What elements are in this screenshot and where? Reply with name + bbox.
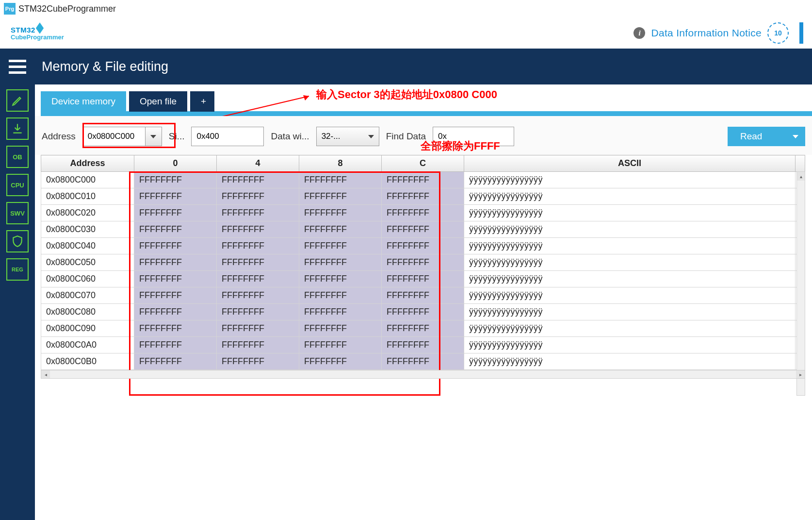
vertical-scrollbar[interactable]: ▴ [796, 171, 805, 396]
cell-value[interactable]: FFFFFFFF [382, 337, 464, 353]
cell-address[interactable]: 0x0800C000 [41, 172, 134, 188]
cell-ascii[interactable]: ÿÿÿÿÿÿÿÿÿÿÿÿÿÿÿÿ [464, 188, 796, 205]
cell-value[interactable]: FFFFFFFF [299, 205, 382, 221]
cell-value[interactable]: FFFFFFFF [134, 287, 217, 304]
address-input[interactable] [82, 127, 146, 146]
find-data-input[interactable] [433, 127, 514, 146]
cell-value[interactable]: FFFFFFFF [134, 238, 217, 254]
cell-ascii[interactable]: ÿÿÿÿÿÿÿÿÿÿÿÿÿÿÿÿ [464, 304, 796, 320]
cell-value[interactable]: FFFFFFFF [134, 172, 217, 188]
cell-value[interactable]: FFFFFFFF [382, 304, 464, 320]
address-dropdown-button[interactable] [146, 127, 162, 146]
read-button[interactable]: Read [728, 127, 805, 146]
cell-value[interactable]: FFFFFFFF [217, 205, 299, 221]
cell-value[interactable]: FFFFFFFF [382, 221, 464, 238]
sidebar-item-ob[interactable]: OB [6, 146, 29, 168]
sidebar-item-reg[interactable]: REG [6, 258, 29, 281]
cell-ascii[interactable]: ÿÿÿÿÿÿÿÿÿÿÿÿÿÿÿÿ [464, 337, 796, 353]
scroll-right-icon[interactable]: ▸ [796, 370, 805, 378]
cell-ascii[interactable]: ÿÿÿÿÿÿÿÿÿÿÿÿÿÿÿÿ [464, 271, 796, 287]
cell-value[interactable]: FFFFFFFF [217, 287, 299, 304]
cell-address[interactable]: 0x0800C060 [41, 271, 134, 287]
cell-address[interactable]: 0x0800C010 [41, 188, 134, 205]
cell-value[interactable]: FFFFFFFF [217, 271, 299, 287]
data-information-notice-link[interactable]: Data Information Notice [651, 27, 762, 39]
cell-value[interactable]: FFFFFFFF [299, 320, 382, 337]
col-header-ascii[interactable]: ASCII [464, 155, 796, 172]
cell-value[interactable]: FFFFFFFF [299, 304, 382, 320]
cell-address[interactable]: 0x0800C030 [41, 221, 134, 238]
cell-ascii[interactable]: ÿÿÿÿÿÿÿÿÿÿÿÿÿÿÿÿ [464, 172, 796, 188]
cell-value[interactable]: FFFFFFFF [217, 172, 299, 188]
cell-value[interactable]: FFFFFFFF [299, 271, 382, 287]
cell-value[interactable]: FFFFFFFF [134, 304, 217, 320]
cell-address[interactable]: 0x0800C040 [41, 238, 134, 254]
scroll-left-icon[interactable]: ◂ [41, 370, 50, 378]
col-header-c[interactable]: C [382, 155, 464, 172]
cell-value[interactable]: FFFFFFFF [299, 254, 382, 271]
cell-value[interactable]: FFFFFFFF [382, 238, 464, 254]
cell-value[interactable]: FFFFFFFF [382, 205, 464, 221]
sidebar-item-swv[interactable]: SWV [6, 202, 29, 224]
cell-value[interactable]: FFFFFFFF [217, 304, 299, 320]
cell-address[interactable]: 0x0800C050 [41, 254, 134, 271]
col-header-4[interactable]: 4 [217, 155, 299, 172]
col-header-address[interactable]: Address [41, 155, 134, 172]
cell-value[interactable]: FFFFFFFF [382, 287, 464, 304]
cell-ascii[interactable]: ÿÿÿÿÿÿÿÿÿÿÿÿÿÿÿÿ [464, 287, 796, 304]
cell-value[interactable]: FFFFFFFF [134, 337, 217, 353]
cell-address[interactable]: 0x0800C020 [41, 205, 134, 221]
cell-value[interactable]: FFFFFFFF [217, 337, 299, 353]
sidebar-item-download[interactable] [6, 117, 29, 140]
cell-value[interactable]: FFFFFFFF [299, 188, 382, 205]
tab-open-file[interactable]: Open file [129, 91, 187, 112]
cell-value[interactable]: FFFFFFFF [217, 238, 299, 254]
cell-value[interactable]: FFFFFFFF [382, 188, 464, 205]
cell-value[interactable]: FFFFFFFF [134, 254, 217, 271]
size-input[interactable] [191, 127, 264, 146]
cell-address[interactable]: 0x0800C070 [41, 287, 134, 304]
cell-value[interactable]: FFFFFFFF [299, 353, 382, 370]
cell-value[interactable]: FFFFFFFF [299, 287, 382, 304]
cell-address[interactable]: 0x0800C090 [41, 320, 134, 337]
col-header-8[interactable]: 8 [299, 155, 382, 172]
cell-value[interactable]: FFFFFFFF [382, 271, 464, 287]
hamburger-menu-button[interactable] [0, 49, 35, 84]
cell-value[interactable]: FFFFFFFF [217, 320, 299, 337]
cell-value[interactable]: FFFFFFFF [217, 221, 299, 238]
horizontal-scrollbar[interactable]: ◂ ▸ [41, 370, 805, 379]
sidebar-item-edit[interactable] [6, 89, 29, 112]
cell-ascii[interactable]: ÿÿÿÿÿÿÿÿÿÿÿÿÿÿÿÿ [464, 320, 796, 337]
cell-value[interactable]: FFFFFFFF [382, 172, 464, 188]
cell-value[interactable]: FFFFFFFF [217, 188, 299, 205]
sidebar-item-shield[interactable] [6, 230, 29, 252]
cell-value[interactable]: FFFFFFFF [217, 254, 299, 271]
cell-address[interactable]: 0x0800C0B0 [41, 353, 134, 370]
cell-value[interactable]: FFFFFFFF [134, 271, 217, 287]
cell-value[interactable]: FFFFFFFF [382, 320, 464, 337]
cell-value[interactable]: FFFFFFFF [217, 353, 299, 370]
tab-device-memory[interactable]: Device memory [41, 91, 126, 112]
cell-value[interactable]: FFFFFFFF [134, 221, 217, 238]
cell-value[interactable]: FFFFFFFF [299, 337, 382, 353]
cell-value[interactable]: FFFFFFFF [134, 353, 217, 370]
cell-value[interactable]: FFFFFFFF [134, 320, 217, 337]
cell-value[interactable]: FFFFFFFF [299, 221, 382, 238]
cell-ascii[interactable]: ÿÿÿÿÿÿÿÿÿÿÿÿÿÿÿÿ [464, 353, 796, 370]
cell-ascii[interactable]: ÿÿÿÿÿÿÿÿÿÿÿÿÿÿÿÿ [464, 238, 796, 254]
cell-ascii[interactable]: ÿÿÿÿÿÿÿÿÿÿÿÿÿÿÿÿ [464, 254, 796, 271]
scroll-up-icon[interactable]: ▴ [797, 172, 805, 181]
cell-value[interactable]: FFFFFFFF [134, 205, 217, 221]
tab-add-button[interactable]: + [190, 91, 214, 112]
cell-ascii[interactable]: ÿÿÿÿÿÿÿÿÿÿÿÿÿÿÿÿ [464, 221, 796, 238]
datawidth-select[interactable]: 32-... [316, 127, 379, 146]
cell-value[interactable]: FFFFFFFF [299, 238, 382, 254]
cell-address[interactable]: 0x0800C080 [41, 304, 134, 320]
cell-value[interactable]: FFFFFFFF [134, 188, 217, 205]
cell-value[interactable]: FFFFFFFF [382, 254, 464, 271]
cell-value[interactable]: FFFFFFFF [382, 353, 464, 370]
sidebar-item-cpu[interactable]: CPU [6, 174, 29, 196]
cell-value[interactable]: FFFFFFFF [299, 172, 382, 188]
col-header-0[interactable]: 0 [134, 155, 217, 172]
cell-address[interactable]: 0x0800C0A0 [41, 337, 134, 353]
